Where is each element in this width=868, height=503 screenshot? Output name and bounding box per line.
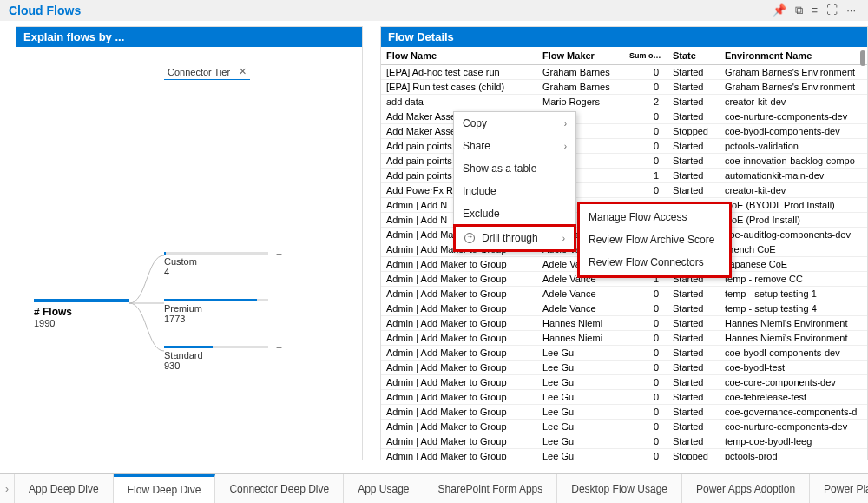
table-row[interactable]: Admin | Add Maker to GroupLee Gu0Started… [381,346,867,361]
tier-standard-node[interactable]: + Standard 930 [164,346,268,371]
ctx-drill-through[interactable]: Drill through › [453,224,576,252]
drill-review-archive-score[interactable]: Review Flow Archive Score [580,228,729,251]
cell-flow-name: Admin | Add Maker to Group [381,375,537,390]
cell-state: Started [667,95,720,109]
cell-env: pctools-prod [720,449,867,460]
ctx-show-as-table[interactable]: Show as a table [454,157,575,180]
explain-flows-panel: Explain flows by ... Connector Tier ✕ # … [16,26,363,460]
more-icon[interactable]: ··· [846,3,856,17]
cell-flow-maker: Lee Gu [537,420,624,434]
drill-through-icon [464,233,475,243]
tab-scroll-left[interactable]: › [0,474,15,503]
cell-archive-score: 0 [624,65,667,80]
cell-flow-name: Admin | Add Maker to Group [381,301,537,316]
cell-state: Started [667,346,720,361]
pin-icon[interactable]: 📌 [773,3,786,17]
ctx-share[interactable]: Share› [454,135,575,157]
copy-icon[interactable]: ⧉ [795,3,803,17]
cell-state: Started [667,287,720,301]
connector-tier-filter[interactable]: Connector Tier ✕ [164,64,250,80]
cell-archive-score: 0 [624,124,667,139]
cell-flow-name: [EPA] Run test cases (child) [381,80,537,95]
table-row[interactable]: Admin | Add Maker to GroupLee Gu0Stopped… [381,449,867,460]
col-flow-name[interactable]: Flow Name [381,47,537,65]
tab-flow-deep-dive[interactable]: Flow Deep Dive [114,474,216,503]
tab-power-apps-adoption[interactable]: Power Apps Adoption [682,474,810,503]
cell-archive-score: 0 [624,375,667,390]
cell-archive-score: 0 [624,139,667,154]
decomposition-tree[interactable]: Connector Tier ✕ # Flows 1990 + Custom 4… [16,47,362,460]
close-icon[interactable]: ✕ [239,66,247,77]
tab-desktop-flow-usage[interactable]: Desktop Flow Usage [557,474,682,503]
cell-flow-name: add data [381,95,537,109]
cell-env: temp - remove CC [720,272,867,287]
table-row[interactable]: Admin | Add Maker to GroupLee Gu0Started… [381,361,867,375]
cell-state: Started [667,316,720,331]
cell-archive-score: 0 [624,405,667,420]
ctx-include[interactable]: Include [454,180,575,202]
table-row[interactable]: Admin | Add Maker to GroupLee Gu0Started… [381,405,867,420]
cell-state: Started [667,405,720,420]
col-env-name[interactable]: Environment Name [720,47,867,65]
cell-flow-name: Admin | Add Maker to Group [381,316,537,331]
col-flow-maker[interactable]: Flow Maker [537,47,624,65]
cell-env: temp-coe-byodl-leeg [720,434,867,449]
expand-icon[interactable]: + [276,342,282,354]
table-row[interactable]: Admin | Add Maker to GroupLee Gu0Started… [381,434,867,449]
cell-flow-maker: Lee Gu [537,390,624,405]
table-row[interactable]: [EPA] Ad-hoc test case runGraham Barnes0… [381,65,867,80]
col-state[interactable]: State [667,47,720,65]
table-row[interactable]: Admin | Add Maker to GroupHannes Niemi0S… [381,316,867,331]
drill-review-flow-connectors[interactable]: Review Flow Connectors [580,251,729,274]
ctx-exclude[interactable]: Exclude [454,202,575,225]
table-row[interactable]: Admin | Add Maker to GroupAdele Vance0St… [381,287,867,301]
cell-env: CoE (BYODL Prod Install) [720,198,867,213]
cell-flow-name: Admin | Add Maker to Group [381,449,537,460]
cell-state: Started [667,139,720,154]
table-row[interactable]: Admin | Add Maker to GroupAdele Vance0St… [381,301,867,316]
cell-env: coe-byodl-components-dev [720,346,867,361]
cell-flow-maker: Lee Gu [537,346,624,361]
root-node[interactable]: # Flows 1990 [34,299,129,328]
cell-env: coe-byodl-test [720,361,867,375]
table-row[interactable]: Admin | Add Maker to GroupLee Gu0Started… [381,390,867,405]
cell-archive-score: 0 [624,420,667,434]
scrollbar[interactable] [860,50,865,66]
tier-custom-node[interactable]: + Custom 4 [164,252,268,277]
expand-icon[interactable]: + [276,295,282,308]
tab-app-usage[interactable]: App Usage [344,474,424,503]
tier-premium-node[interactable]: + Premium 1773 [164,299,268,324]
table-row[interactable]: [EPA] Run test cases (child)Graham Barne… [381,80,867,95]
cell-state: Started [667,361,720,375]
drill-manage-flow-access[interactable]: Manage Flow Access [580,206,729,228]
cell-env: coe-nurture-components-dev [720,420,867,434]
visual-header-icons: 📌 ⧉ ≡ ⛶ ··· [773,3,859,17]
cell-flow-name: Admin | Add Maker to Group [381,331,537,346]
cell-state: Started [667,331,720,346]
flow-details-title: Flow Details [381,27,867,47]
cell-env: Japanese CoE [720,257,867,272]
table-row[interactable]: Admin | Add Maker to GroupLee Gu0Started… [381,375,867,390]
cell-flow-maker: Adele Vance [537,287,624,301]
col-archive-score[interactable]: Sum of Archive Score [624,47,667,65]
tab-app-deep-dive[interactable]: App Deep Dive [15,474,114,503]
cell-archive-score: 0 [624,154,667,169]
focus-icon[interactable]: ⛶ [826,3,838,17]
cell-flow-maker: Lee Gu [537,434,624,449]
expand-icon[interactable]: + [276,248,282,261]
cell-state: Started [667,169,720,183]
ctx-copy[interactable]: Copy› [454,112,575,135]
table-header-row: Flow Name Flow Maker Sum of Archive Scor… [381,47,867,65]
tab-power-platform-yoy-adopti[interactable]: Power Platform YoY Adopti [810,474,868,503]
cell-env: coe-nurture-components-dev [720,109,867,124]
filter-icon[interactable]: ≡ [812,3,819,17]
tab-connector-deep-dive[interactable]: Connector Deep Dive [215,474,344,503]
table-row[interactable]: add dataMario Rogers2Startedcreator-kit-… [381,95,867,109]
cell-flow-name: Admin | Add Maker to Group [381,434,537,449]
table-row[interactable]: Admin | Add Maker to GroupLee Gu0Started… [381,420,867,434]
cell-archive-score: 0 [624,80,667,95]
cell-archive-score: 0 [624,449,667,460]
cell-env: CoE (Prod Install) [720,213,867,228]
tab-sharepoint-form-apps[interactable]: SharePoint Form Apps [424,474,558,503]
table-row[interactable]: Admin | Add Maker to GroupHannes Niemi0S… [381,331,867,346]
